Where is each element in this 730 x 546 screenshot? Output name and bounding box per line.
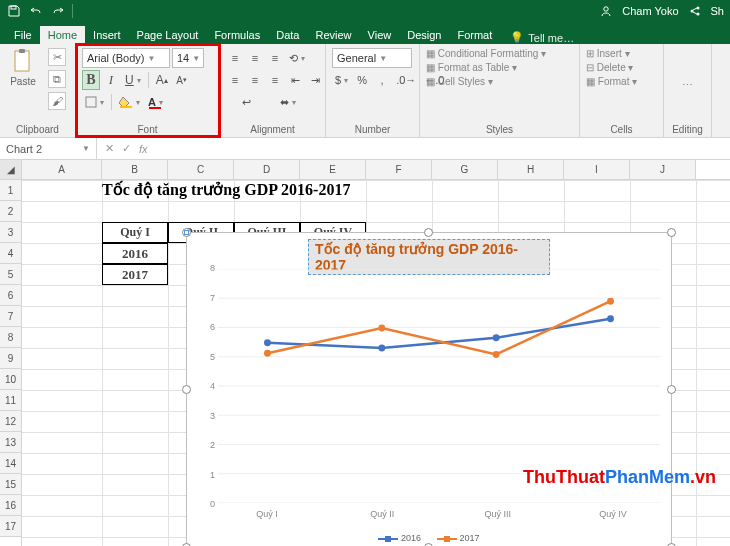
col-header[interactable]: C — [168, 160, 234, 179]
number-format-combo[interactable]: General▼ — [332, 48, 412, 68]
grid[interactable]: ABCDEFGHIJ Tốc độ tăng trưởng GDP 2016-2… — [22, 160, 730, 546]
wrap-text-icon[interactable]: ↩ — [226, 92, 266, 112]
tab-format[interactable]: Format — [449, 26, 500, 44]
underline-button[interactable]: U▾ — [122, 70, 144, 90]
align-right-icon[interactable]: ≡ — [266, 70, 284, 90]
currency-icon[interactable]: $▾ — [332, 70, 351, 90]
row-header[interactable]: 13 — [0, 432, 21, 453]
merge-icon[interactable]: ⬌▾ — [268, 92, 308, 112]
tab-review[interactable]: Review — [307, 26, 359, 44]
copy-icon[interactable]: ⧉ — [48, 70, 66, 88]
cut-icon[interactable]: ✂ — [48, 48, 66, 66]
cells-area[interactable]: Tốc độ tăng trưởng GDP 2016-2017 Quý I Q… — [22, 180, 730, 546]
tab-formulas[interactable]: Formulas — [206, 26, 268, 44]
format-as-table-button[interactable]: ▦ Format as Table ▾ — [426, 62, 517, 73]
font-size-combo[interactable]: 14▼ — [172, 48, 204, 68]
indent-inc-icon[interactable]: ⇥ — [306, 70, 324, 90]
col-header[interactable]: B — [102, 160, 168, 179]
fill-color-button[interactable]: ▾ — [116, 92, 143, 112]
row-header[interactable]: 7 — [0, 306, 21, 327]
indent-dec-icon[interactable]: ⇤ — [286, 70, 304, 90]
align-bottom-icon[interactable]: ≡ — [266, 48, 284, 68]
select-all[interactable]: ◢ — [0, 160, 21, 180]
col-header[interactable]: G — [432, 160, 498, 179]
row-header[interactable]: 2 — [0, 201, 21, 222]
name-box[interactable]: Chart 2▼ — [0, 138, 97, 159]
row-header[interactable]: 16 — [0, 495, 21, 516]
row-header[interactable]: 6 — [0, 285, 21, 306]
row-header[interactable]: 12 — [0, 411, 21, 432]
row-header[interactable]: 10 — [0, 369, 21, 390]
align-center-icon[interactable]: ≡ — [246, 70, 264, 90]
font-name-combo[interactable]: Arial (Body)▼ — [82, 48, 170, 68]
col-header[interactable]: H — [498, 160, 564, 179]
row-headers: ◢ 1234567891011121314151617 — [0, 160, 22, 546]
borders-button[interactable]: ▾ — [82, 92, 107, 112]
tab-page-layout[interactable]: Page Layout — [129, 26, 207, 44]
delete-cells-button[interactable]: ⊟ Delete ▾ — [586, 62, 633, 73]
format-painter-icon[interactable]: 🖌 — [48, 92, 66, 110]
col-header[interactable]: D — [234, 160, 300, 179]
group-label: Styles — [426, 122, 573, 135]
svg-rect-5 — [15, 51, 29, 71]
format-cells-button[interactable]: ▦ Format ▾ — [586, 76, 637, 87]
row-header[interactable]: 8 — [0, 327, 21, 348]
row-header[interactable]: 5 — [0, 264, 21, 285]
save-icon[interactable] — [4, 0, 24, 22]
tab-home[interactable]: Home — [40, 26, 85, 44]
align-top-icon[interactable]: ≡ — [226, 48, 244, 68]
tab-view[interactable]: View — [360, 26, 400, 44]
redo-icon[interactable] — [48, 0, 68, 22]
col-header[interactable]: E — [300, 160, 366, 179]
row-header[interactable]: 9 — [0, 348, 21, 369]
enter-icon[interactable]: ✓ — [122, 142, 131, 155]
row-header[interactable]: 15 — [0, 474, 21, 495]
chart-legend[interactable]: 2016 2017 — [187, 533, 671, 543]
resize-handle[interactable] — [667, 385, 676, 394]
share-label[interactable]: Sh — [711, 5, 724, 17]
cancel-icon[interactable]: ✕ — [105, 142, 114, 155]
ribbon: Paste ✂ ⧉ 🖌 Clipboard Arial (Body)▼ 14▼ … — [0, 44, 730, 138]
col-header[interactable]: F — [366, 160, 432, 179]
font-color-button[interactable]: A▾ — [145, 92, 166, 112]
shrink-font-button[interactable]: A▾ — [173, 70, 191, 90]
chart-object[interactable]: Tốc độ tăng trưởng GDP 2016-2017 0123456… — [186, 232, 672, 546]
tab-file[interactable]: File — [6, 26, 40, 44]
resize-handle[interactable] — [424, 228, 433, 237]
row-header[interactable]: 3 — [0, 222, 21, 243]
group-number: General▼ $▾ % , .0→ ←.0 Number — [326, 44, 420, 137]
insert-cells-button[interactable]: ⊞ Insert ▾ — [586, 48, 630, 59]
row-header[interactable]: 11 — [0, 390, 21, 411]
row-header[interactable]: 4 — [0, 243, 21, 264]
percent-icon[interactable]: % — [353, 70, 371, 90]
group-alignment: ≡ ≡ ≡ ⟲▾ ≡ ≡ ≡ ⇤ ⇥ ↩ ⬌▾ Alignment — [220, 44, 326, 137]
tell-me[interactable]: 💡 Tell me… — [510, 31, 574, 44]
comma-icon[interactable]: , — [373, 70, 391, 90]
inc-decimal-icon[interactable]: .0→ — [393, 70, 419, 90]
title-handle[interactable] — [184, 230, 189, 235]
undo-icon[interactable] — [26, 0, 46, 22]
bold-button[interactable]: B — [82, 70, 100, 90]
row-header[interactable]: 1 — [0, 180, 21, 201]
col-header[interactable]: A — [22, 160, 102, 179]
cell-styles-button[interactable]: ▦ Cell Styles ▾ — [426, 76, 493, 87]
col-header[interactable]: J — [630, 160, 696, 179]
col-header[interactable]: I — [564, 160, 630, 179]
svg-point-1 — [604, 7, 608, 11]
grow-font-button[interactable]: A▴ — [153, 70, 171, 90]
orientation-icon[interactable]: ⟲▾ — [286, 48, 308, 68]
italic-button[interactable]: I — [102, 70, 120, 90]
tab-insert[interactable]: Insert — [85, 26, 129, 44]
row-header[interactable]: 14 — [0, 453, 21, 474]
align-left-icon[interactable]: ≡ — [226, 70, 244, 90]
row-header[interactable]: 17 — [0, 516, 21, 537]
tab-data[interactable]: Data — [268, 26, 307, 44]
resize-handle[interactable] — [182, 385, 191, 394]
fx-icon[interactable]: fx — [139, 143, 148, 155]
paste-button[interactable]: Paste — [6, 48, 40, 87]
share-icon[interactable] — [685, 0, 705, 22]
tab-design[interactable]: Design — [399, 26, 449, 44]
conditional-formatting-button[interactable]: ▦ Conditional Formatting ▾ — [426, 48, 546, 59]
align-middle-icon[interactable]: ≡ — [246, 48, 264, 68]
resize-handle[interactable] — [667, 228, 676, 237]
